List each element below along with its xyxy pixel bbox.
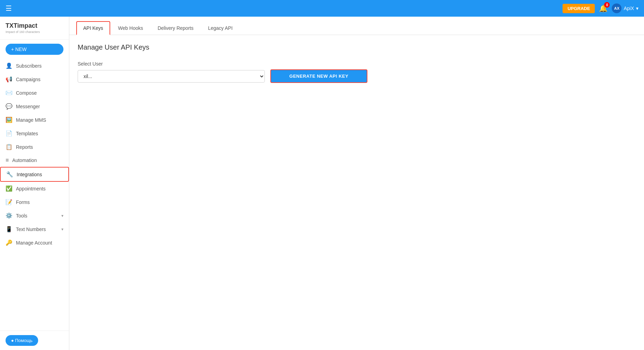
header-right: UPGRADE 🔔 0 AX ApiX ▾ bbox=[563, 3, 638, 13]
sidebar-bottom: ● Помощь bbox=[0, 331, 69, 350]
sidebar-item-tools[interactable]: ⚙️ Tools ▾ bbox=[0, 209, 69, 222]
page-title: Manage User API Keys bbox=[78, 43, 636, 51]
sidebar-item-label: Text Numbers bbox=[16, 227, 46, 232]
sidebar-item-label: Subscribers bbox=[16, 63, 42, 69]
logo-area: TXTimpact Impact of 160 characters bbox=[0, 17, 69, 40]
top-header: ☰ UPGRADE 🔔 0 AX ApiX ▾ bbox=[0, 0, 644, 17]
sidebar-item-label: Forms bbox=[16, 199, 30, 205]
sidebar-item-templates[interactable]: 📄 Templates bbox=[0, 127, 69, 140]
notification-badge: 0 bbox=[604, 2, 610, 8]
integrations-icon: 🔧 bbox=[6, 171, 13, 178]
sidebar-item-label: Reports bbox=[16, 144, 33, 150]
hamburger-icon[interactable]: ☰ bbox=[6, 4, 12, 12]
text-numbers-icon: 📱 bbox=[6, 226, 12, 232]
logo: TXTimpact bbox=[6, 22, 40, 29]
sidebar-item-label: Compose bbox=[16, 90, 37, 96]
new-button[interactable]: + NEW bbox=[6, 44, 63, 55]
select-user-row: xil... GENERATE NEW API KEY bbox=[78, 69, 636, 83]
sidebar: TXTimpact Impact of 160 characters + NEW… bbox=[0, 17, 69, 350]
sidebar-item-appointments[interactable]: ✅ Appointments bbox=[0, 182, 69, 195]
tab-web-hooks[interactable]: Web Hooks bbox=[112, 22, 150, 35]
sidebar-item-label: Campaigns bbox=[16, 77, 41, 82]
sidebar-item-label: Manage MMS bbox=[16, 117, 46, 123]
upgrade-button[interactable]: UPGRADE bbox=[563, 4, 595, 13]
content-panel: API Keys Web Hooks Delivery Reports Lega… bbox=[69, 17, 644, 350]
user-menu[interactable]: AX ApiX ▾ bbox=[612, 3, 638, 13]
compose-icon: ✉️ bbox=[6, 89, 12, 96]
tools-icon: ⚙️ bbox=[6, 212, 12, 219]
sidebar-item-label: Appointments bbox=[16, 186, 46, 191]
sidebar-item-label: Automation bbox=[12, 157, 37, 163]
select-user-label: Select User bbox=[78, 61, 636, 67]
help-button[interactable]: ● Помощь bbox=[6, 335, 38, 346]
manage-mms-icon: 🖼️ bbox=[6, 117, 12, 123]
header-left: ☰ bbox=[6, 4, 12, 12]
sidebar-item-compose[interactable]: ✉️ Compose bbox=[0, 86, 69, 100]
main-content: API Keys Web Hooks Delivery Reports Lega… bbox=[69, 17, 644, 350]
user-name: ApiX bbox=[624, 6, 634, 11]
automation-icon: ≡ bbox=[6, 157, 9, 163]
templates-icon: 📄 bbox=[6, 130, 12, 137]
sidebar-item-label: Manage Account bbox=[16, 240, 52, 246]
sidebar-item-reports[interactable]: 📋 Reports bbox=[0, 140, 69, 154]
notification-bell[interactable]: 🔔 0 bbox=[599, 4, 608, 12]
messenger-icon: 💬 bbox=[6, 103, 12, 110]
user-select[interactable]: xil... bbox=[78, 70, 265, 83]
sidebar-item-manage-account[interactable]: 🔑 Manage Account bbox=[0, 236, 69, 249]
layout: TXTimpact Impact of 160 characters + NEW… bbox=[0, 17, 644, 350]
appointments-icon: ✅ bbox=[6, 185, 12, 192]
chevron-down-icon: ▾ bbox=[61, 213, 63, 218]
reports-icon: 📋 bbox=[6, 144, 12, 150]
campaigns-icon: 📢 bbox=[6, 76, 12, 83]
sidebar-item-label: Messenger bbox=[16, 104, 40, 109]
sidebar-item-campaigns[interactable]: 📢 Campaigns bbox=[0, 72, 69, 86]
avatar: AX bbox=[612, 3, 621, 13]
sidebar-item-label: Tools bbox=[16, 213, 27, 219]
tab-api-keys[interactable]: API Keys bbox=[76, 21, 110, 35]
sidebar-item-subscribers[interactable]: 👤 Subscribers bbox=[0, 59, 69, 72]
logo-subtitle: Impact of 160 characters bbox=[6, 30, 40, 34]
sidebar-nav: 👤 Subscribers 📢 Campaigns ✉️ Compose 💬 M… bbox=[0, 59, 69, 249]
manage-account-icon: 🔑 bbox=[6, 239, 12, 246]
sidebar-item-messenger[interactable]: 💬 Messenger bbox=[0, 100, 69, 113]
subscribers-icon: 👤 bbox=[6, 62, 12, 69]
sidebar-item-text-numbers[interactable]: 📱 Text Numbers ▾ bbox=[0, 222, 69, 236]
tabs-bar: API Keys Web Hooks Delivery Reports Lega… bbox=[69, 17, 644, 35]
generate-api-key-button[interactable]: GENERATE NEW API KEY bbox=[270, 69, 367, 83]
page-body: Manage User API Keys Select User xil... … bbox=[69, 35, 644, 91]
sidebar-item-integrations[interactable]: 🔧 Integrations bbox=[0, 167, 69, 182]
tab-legacy-api[interactable]: Legacy API bbox=[201, 22, 239, 35]
sidebar-item-manage-mms[interactable]: 🖼️ Manage MMS bbox=[0, 113, 69, 127]
chevron-down-icon: ▾ bbox=[636, 6, 638, 11]
chevron-down-icon: ▾ bbox=[61, 227, 63, 232]
sidebar-item-forms[interactable]: 📝 Forms bbox=[0, 195, 69, 209]
sidebar-item-automation[interactable]: ≡ Automation bbox=[0, 154, 69, 167]
forms-icon: 📝 bbox=[6, 199, 12, 205]
sidebar-item-label: Templates bbox=[16, 131, 38, 136]
tab-delivery-reports[interactable]: Delivery Reports bbox=[151, 22, 200, 35]
sidebar-item-label: Integrations bbox=[17, 172, 42, 177]
